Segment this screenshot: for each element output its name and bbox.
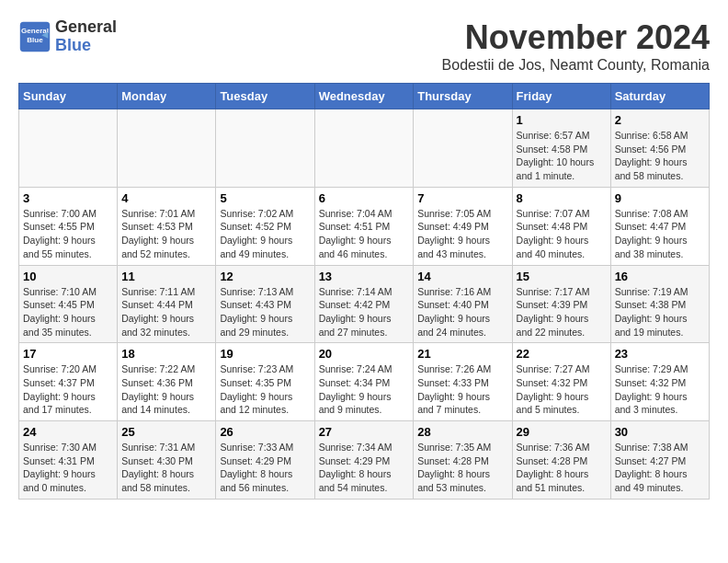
day-number: 8 <box>517 191 607 205</box>
day-info: Sunrise: 7:24 AM Sunset: 4:34 PM Dayligh… <box>319 362 410 417</box>
day-number: 27 <box>319 425 410 439</box>
day-cell: 15Sunrise: 7:17 AM Sunset: 4:39 PM Dayli… <box>512 265 610 343</box>
weekday-header-thursday: Thursday <box>414 84 512 109</box>
day-cell: 28Sunrise: 7:35 AM Sunset: 4:28 PM Dayli… <box>414 421 512 500</box>
month-title: November 2024 <box>442 18 710 57</box>
day-info: Sunrise: 7:27 AM Sunset: 4:32 PM Dayligh… <box>517 362 607 417</box>
day-info: Sunrise: 7:16 AM Sunset: 4:40 PM Dayligh… <box>417 285 507 339</box>
day-cell: 22Sunrise: 7:27 AM Sunset: 4:32 PM Dayli… <box>512 343 610 421</box>
day-number: 25 <box>121 425 211 439</box>
week-row-1: 1Sunrise: 6:57 AM Sunset: 4:58 PM Daylig… <box>19 109 710 188</box>
day-info: Sunrise: 7:02 AM Sunset: 4:52 PM Dayligh… <box>220 207 310 261</box>
weekday-header-wednesday: Wednesday <box>314 84 414 109</box>
day-info: Sunrise: 7:36 AM Sunset: 4:28 PM Dayligh… <box>517 441 607 495</box>
day-cell: 26Sunrise: 7:33 AM Sunset: 4:29 PM Dayli… <box>216 421 314 500</box>
day-number: 28 <box>417 425 507 439</box>
day-info: Sunrise: 7:11 AM Sunset: 4:44 PM Dayligh… <box>121 285 211 339</box>
day-cell: 4Sunrise: 7:01 AM Sunset: 4:53 PM Daylig… <box>118 187 216 265</box>
weekday-header-monday: Monday <box>118 84 216 109</box>
week-row-5: 24Sunrise: 7:30 AM Sunset: 4:31 PM Dayli… <box>19 421 710 500</box>
day-info: Sunrise: 7:26 AM Sunset: 4:33 PM Dayligh… <box>417 362 507 417</box>
day-number: 30 <box>615 425 705 439</box>
location-title: Bodestii de Jos, Neamt County, Romania <box>442 57 710 74</box>
week-row-3: 10Sunrise: 7:10 AM Sunset: 4:45 PM Dayli… <box>19 265 710 343</box>
day-info: Sunrise: 7:08 AM Sunset: 4:47 PM Dayligh… <box>615 207 705 261</box>
day-cell: 8Sunrise: 7:07 AM Sunset: 4:48 PM Daylig… <box>512 187 610 265</box>
day-info: Sunrise: 6:57 AM Sunset: 4:58 PM Dayligh… <box>517 129 607 183</box>
day-number: 5 <box>220 191 310 205</box>
day-info: Sunrise: 7:38 AM Sunset: 4:27 PM Dayligh… <box>615 441 705 495</box>
calendar: SundayMondayTuesdayWednesdayThursdayFrid… <box>18 83 710 500</box>
day-cell: 9Sunrise: 7:08 AM Sunset: 4:47 PM Daylig… <box>610 187 709 265</box>
day-info: Sunrise: 7:19 AM Sunset: 4:38 PM Dayligh… <box>615 285 705 339</box>
day-cell <box>216 109 314 188</box>
day-cell: 7Sunrise: 7:05 AM Sunset: 4:49 PM Daylig… <box>414 187 512 265</box>
day-cell: 20Sunrise: 7:24 AM Sunset: 4:34 PM Dayli… <box>314 343 414 421</box>
day-info: Sunrise: 7:01 AM Sunset: 4:53 PM Dayligh… <box>121 207 211 261</box>
day-number: 17 <box>23 347 113 361</box>
logo: General Blue General Blue <box>18 18 117 55</box>
day-cell: 19Sunrise: 7:23 AM Sunset: 4:35 PM Dayli… <box>216 343 314 421</box>
day-cell <box>414 109 512 188</box>
day-cell: 29Sunrise: 7:36 AM Sunset: 4:28 PM Dayli… <box>512 421 610 500</box>
weekday-header-row: SundayMondayTuesdayWednesdayThursdayFrid… <box>19 84 710 109</box>
day-cell: 1Sunrise: 6:57 AM Sunset: 4:58 PM Daylig… <box>512 109 610 188</box>
day-info: Sunrise: 7:23 AM Sunset: 4:35 PM Dayligh… <box>220 362 310 417</box>
svg-text:Blue: Blue <box>27 36 43 44</box>
logo-line2: Blue <box>55 37 117 55</box>
day-cell <box>19 109 118 188</box>
logo-line1: General <box>55 18 117 37</box>
day-info: Sunrise: 7:34 AM Sunset: 4:29 PM Dayligh… <box>319 441 410 495</box>
weekday-header-tuesday: Tuesday <box>216 84 314 109</box>
day-number: 10 <box>23 270 113 283</box>
day-cell: 10Sunrise: 7:10 AM Sunset: 4:45 PM Dayli… <box>19 265 118 343</box>
day-cell: 13Sunrise: 7:14 AM Sunset: 4:42 PM Dayli… <box>314 265 414 343</box>
title-area: November 2024 Bodestii de Jos, Neamt Cou… <box>442 18 710 74</box>
day-cell: 3Sunrise: 7:00 AM Sunset: 4:55 PM Daylig… <box>19 187 118 265</box>
day-cell: 24Sunrise: 7:30 AM Sunset: 4:31 PM Dayli… <box>19 421 118 500</box>
day-info: Sunrise: 7:31 AM Sunset: 4:30 PM Dayligh… <box>121 441 211 495</box>
weekday-header-friday: Friday <box>512 84 610 109</box>
day-number: 4 <box>121 191 211 205</box>
day-number: 23 <box>615 347 705 361</box>
day-cell: 27Sunrise: 7:34 AM Sunset: 4:29 PM Dayli… <box>314 421 414 500</box>
day-number: 16 <box>615 270 705 283</box>
day-cell: 30Sunrise: 7:38 AM Sunset: 4:27 PM Dayli… <box>610 421 709 500</box>
day-cell: 25Sunrise: 7:31 AM Sunset: 4:30 PM Dayli… <box>118 421 216 500</box>
day-info: Sunrise: 7:10 AM Sunset: 4:45 PM Dayligh… <box>23 285 113 339</box>
day-number: 9 <box>615 191 705 205</box>
day-cell: 21Sunrise: 7:26 AM Sunset: 4:33 PM Dayli… <box>414 343 512 421</box>
day-number: 11 <box>121 270 211 283</box>
day-info: Sunrise: 7:22 AM Sunset: 4:36 PM Dayligh… <box>121 362 211 417</box>
day-cell: 18Sunrise: 7:22 AM Sunset: 4:36 PM Dayli… <box>118 343 216 421</box>
day-info: Sunrise: 7:07 AM Sunset: 4:48 PM Dayligh… <box>517 207 607 261</box>
day-number: 22 <box>517 347 607 361</box>
day-number: 12 <box>220 270 310 283</box>
header: General Blue General Blue November 2024 … <box>18 18 710 74</box>
day-info: Sunrise: 7:05 AM Sunset: 4:49 PM Dayligh… <box>417 207 507 261</box>
day-number: 20 <box>319 347 410 361</box>
day-cell: 17Sunrise: 7:20 AM Sunset: 4:37 PM Dayli… <box>19 343 118 421</box>
day-number: 7 <box>417 191 507 205</box>
day-info: Sunrise: 7:14 AM Sunset: 4:42 PM Dayligh… <box>319 285 410 339</box>
day-number: 24 <box>23 425 113 439</box>
week-row-4: 17Sunrise: 7:20 AM Sunset: 4:37 PM Dayli… <box>19 343 710 421</box>
day-number: 3 <box>23 191 113 205</box>
day-number: 19 <box>220 347 310 361</box>
day-cell: 6Sunrise: 7:04 AM Sunset: 4:51 PM Daylig… <box>314 187 414 265</box>
day-info: Sunrise: 7:13 AM Sunset: 4:43 PM Dayligh… <box>220 285 310 339</box>
day-number: 26 <box>220 425 310 439</box>
day-info: Sunrise: 7:35 AM Sunset: 4:28 PM Dayligh… <box>417 441 507 495</box>
day-number: 21 <box>417 347 507 361</box>
logo-icon: General Blue <box>18 20 51 53</box>
day-info: Sunrise: 7:00 AM Sunset: 4:55 PM Dayligh… <box>23 207 113 261</box>
day-info: Sunrise: 7:30 AM Sunset: 4:31 PM Dayligh… <box>23 441 113 495</box>
day-info: Sunrise: 7:17 AM Sunset: 4:39 PM Dayligh… <box>517 285 607 339</box>
day-number: 1 <box>517 113 607 127</box>
day-number: 14 <box>417 270 507 283</box>
day-info: Sunrise: 7:29 AM Sunset: 4:32 PM Dayligh… <box>615 362 705 417</box>
day-cell: 12Sunrise: 7:13 AM Sunset: 4:43 PM Dayli… <box>216 265 314 343</box>
day-cell: 16Sunrise: 7:19 AM Sunset: 4:38 PM Dayli… <box>610 265 709 343</box>
day-cell <box>118 109 216 188</box>
day-cell: 5Sunrise: 7:02 AM Sunset: 4:52 PM Daylig… <box>216 187 314 265</box>
